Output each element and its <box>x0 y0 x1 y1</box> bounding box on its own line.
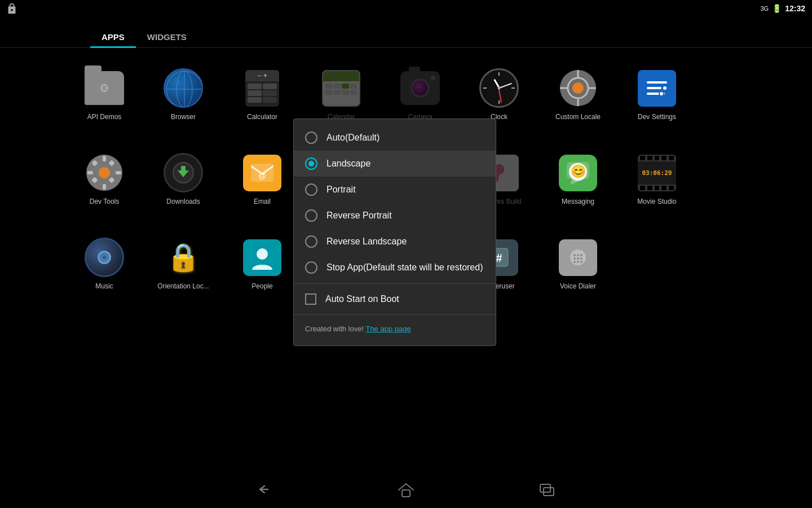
home-button[interactable] <box>392 479 420 501</box>
radio-portrait <box>305 183 317 196</box>
orientation-lock-icon: 🔒 <box>163 237 204 278</box>
api-demos-label: API Demos <box>87 113 122 121</box>
app-item-downloads[interactable]: Downloads <box>147 147 220 226</box>
app-item-dev-tools[interactable]: Dev Tools <box>68 147 141 226</box>
svg-rect-11 <box>647 81 667 84</box>
svg-point-14 <box>663 86 667 90</box>
custom-locale-icon <box>558 68 598 108</box>
menu-label-reverse-portrait: Reverse Portrait <box>326 211 392 221</box>
menu-footer: Created with love! The app page <box>294 318 496 340</box>
dev-tools-label: Dev Tools <box>90 198 119 205</box>
svg-point-51 <box>573 254 576 256</box>
status-bar: 3G 🔋 12:32 <box>744 0 812 17</box>
app-item-people[interactable]: People <box>226 231 299 310</box>
email-label: Email <box>254 198 271 205</box>
dev-settings-label: Dev Settings <box>638 113 676 121</box>
app-item-calculator[interactable]: − + Calculator <box>226 62 299 141</box>
svg-rect-21 <box>116 171 121 174</box>
movie-studio-label: Movie Studio <box>637 198 676 205</box>
app-item-custom-locale[interactable]: Custom Locale <box>541 62 615 141</box>
recent-apps-button[interactable] <box>533 479 561 501</box>
voice-dialer-label: Voice Dialer <box>560 282 596 290</box>
downloads-icon <box>163 152 204 193</box>
radio-landscape <box>305 157 317 170</box>
bottom-navigation <box>0 471 812 508</box>
svg-point-55 <box>577 257 579 260</box>
tab-apps[interactable]: APPS <box>90 27 136 47</box>
footer-text: Created with love! <box>305 325 364 333</box>
calendar-icon <box>321 68 361 108</box>
people-icon <box>242 237 283 278</box>
svg-rect-12 <box>647 87 661 89</box>
music-icon <box>84 237 125 278</box>
checkbox-auto-start[interactable] <box>305 294 316 305</box>
menu-divider-2 <box>294 314 496 315</box>
app-item-dev-settings[interactable]: Dev Settings <box>620 62 694 141</box>
menu-item-auto-default[interactable]: Auto(Default) <box>294 125 496 151</box>
menu-item-stop-app[interactable]: Stop App(Default state will be restored) <box>294 255 496 281</box>
menu-divider <box>294 283 496 284</box>
people-label: People <box>251 282 272 290</box>
svg-rect-60 <box>402 490 410 497</box>
svg-point-52 <box>577 254 579 256</box>
custom-locale-label: Custom Locale <box>555 113 601 121</box>
svg-point-58 <box>577 261 579 263</box>
app-item-browser[interactable]: Browser <box>147 62 220 141</box>
api-demos-icon: ⚙ <box>84 68 125 108</box>
menu-item-auto-start[interactable]: Auto Start on Boot <box>294 287 496 312</box>
calculator-label: Calculator <box>247 113 277 121</box>
app-item-messaging[interactable]: 😊 Messaging <box>541 147 615 226</box>
svg-point-57 <box>573 261 576 263</box>
tab-widgets[interactable]: WIDGETS <box>136 27 198 47</box>
app-item-api-demos[interactable]: ⚙ API Demos <box>68 62 141 141</box>
dev-settings-icon <box>637 68 677 108</box>
messaging-label: Messaging <box>562 198 594 205</box>
menu-label-portrait: Portrait <box>326 185 356 195</box>
app-item-email[interactable]: @ Email <box>226 147 299 226</box>
menu-item-portrait[interactable]: Portrait <box>294 177 496 203</box>
svg-point-15 <box>659 91 664 96</box>
browser-label: Browser <box>171 113 196 121</box>
svg-point-54 <box>573 257 576 260</box>
app-item-orientation-lock[interactable]: 🔒 Orientation Loc... <box>147 231 220 310</box>
signal-indicator: 3G <box>761 5 769 12</box>
menu-label-stop-app: Stop App(Default state will be restored) <box>326 262 483 273</box>
radio-reverse-portrait <box>305 209 317 222</box>
email-icon: @ <box>242 152 283 193</box>
battery-icon: 🔋 <box>772 4 782 13</box>
footer-link[interactable]: The app page <box>365 325 411 333</box>
orientation-dropdown: Auto(Default) Landscape Portrait Reverse… <box>293 119 496 346</box>
svg-point-39 <box>257 248 268 260</box>
svg-rect-29 <box>181 166 186 172</box>
app-item-music[interactable]: Music <box>68 231 141 310</box>
svg-point-5 <box>572 82 584 94</box>
svg-point-56 <box>580 257 582 260</box>
calculator-icon: − + <box>242 68 283 108</box>
radio-auto-default <box>305 132 317 144</box>
tab-bar: APPS WIDGETS <box>0 17 812 48</box>
radio-stop-app <box>305 261 317 274</box>
voice-dialer-icon <box>558 237 598 278</box>
svg-rect-20 <box>87 171 93 174</box>
svg-point-59 <box>580 261 582 263</box>
app-item-movie-studio[interactable]: 03:06:29 Movie Studio <box>620 147 694 226</box>
svg-point-26 <box>99 167 110 178</box>
browser-icon <box>163 68 204 108</box>
menu-item-reverse-landscape[interactable]: Reverse Landscape <box>294 229 496 255</box>
menu-label-landscape: Landscape <box>326 159 370 169</box>
menu-label-auto-start: Auto Start on Boot <box>325 294 399 304</box>
downloads-label: Downloads <box>166 198 200 205</box>
time-display: 12:32 <box>785 4 805 13</box>
app-item-voice-dialer[interactable]: Voice Dialer <box>541 231 615 310</box>
svg-rect-19 <box>103 184 106 190</box>
clock-icon <box>479 68 519 108</box>
menu-item-reverse-portrait[interactable]: Reverse Portrait <box>294 203 496 229</box>
back-button[interactable] <box>251 479 279 501</box>
radio-reverse-landscape <box>305 235 317 248</box>
menu-label-auto-default: Auto(Default) <box>326 133 379 143</box>
menu-item-landscape[interactable]: Landscape <box>294 151 496 177</box>
dev-tools-icon <box>84 152 125 193</box>
camera-icon <box>400 68 440 108</box>
svg-text:@: @ <box>258 171 266 180</box>
movie-studio-icon: 03:06:29 <box>637 152 677 193</box>
